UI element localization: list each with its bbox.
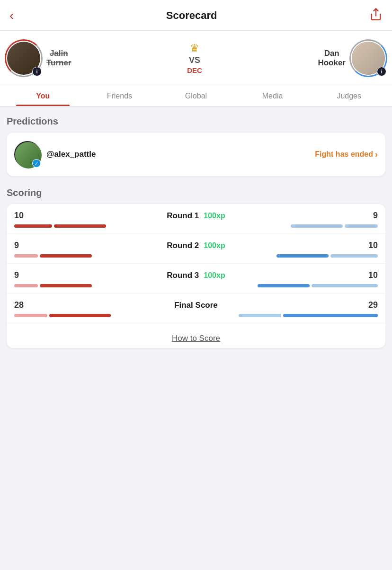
tab-you[interactable]: You — [5, 85, 81, 106]
final-right-score: 29 — [361, 300, 378, 310]
final-score-row: 28 Final Score 29 — [7, 294, 385, 323]
how-to-score-link[interactable]: How to Score — [7, 323, 385, 348]
tabs-container: You Friends Global Media Judges — [0, 85, 392, 107]
round-3-bars — [14, 284, 378, 287]
round-1-label: Round 1 — [167, 211, 199, 221]
round-1-right-score: 9 — [361, 211, 378, 221]
header: ‹ Scorecard — [0, 0, 392, 31]
round-2-bars — [14, 254, 378, 258]
back-button[interactable]: ‹ — [9, 8, 14, 23]
share-button[interactable] — [369, 8, 383, 24]
round-2-label: Round 2 — [167, 241, 199, 250]
tab-media[interactable]: Media — [234, 85, 311, 106]
final-left-score: 28 — [14, 300, 31, 310]
fighter-right-name: Dan Hooker — [318, 49, 346, 68]
page-title: Scorecard — [166, 9, 217, 22]
verified-badge: ✓ — [32, 159, 41, 168]
round-2-xp: 100xp — [204, 241, 225, 250]
round-1-bars — [14, 224, 378, 228]
scoring-card: 10 Round 1 100xp 9 9 — [7, 204, 385, 348]
round-3-left-score: 9 — [14, 270, 31, 280]
fight-ended-button[interactable]: Fight has ended › — [315, 150, 378, 160]
user-info: ✓ @alex_pattle — [14, 141, 96, 168]
predictions-heading: Predictions — [7, 116, 385, 127]
round-3-row: 9 Round 3 100xp 10 — [7, 264, 385, 294]
round-1-row: 10 Round 1 100xp 9 — [7, 204, 385, 234]
final-score-label: Final Score — [174, 301, 218, 310]
chevron-right-icon: › — [375, 150, 378, 160]
predictions-card: ✓ @alex_pattle Fight has ended › — [7, 133, 385, 176]
crown-icon: ♛ — [190, 42, 199, 54]
vs-text: VS — [189, 55, 200, 65]
tab-judges[interactable]: Judges — [311, 85, 387, 106]
fighter-left-avatar: i — [5, 39, 43, 77]
fighter-left: i Jalin Turner — [5, 39, 71, 77]
round-3-label: Round 3 — [167, 271, 199, 280]
tab-global[interactable]: Global — [158, 85, 234, 106]
scoring-heading: Scoring — [7, 187, 385, 198]
round-2-row: 9 Round 2 100xp 10 — [7, 234, 385, 264]
fighter-row: i Jalin Turner ♛ VS DEC Dan Hooker i — [0, 31, 392, 85]
dec-text: DEC — [187, 66, 202, 74]
scoring-section: Scoring 10 Round 1 100xp 9 — [7, 187, 385, 348]
fighter-right-avatar: i — [349, 39, 387, 77]
vs-center: ♛ VS DEC — [187, 42, 202, 74]
main-content: Predictions ✓ @alex_pattle Fight has end… — [0, 107, 392, 357]
round-3-xp: 100xp — [204, 271, 225, 280]
final-score-bars — [14, 314, 378, 317]
fighter-left-info[interactable]: i — [32, 67, 42, 76]
fighter-right-info[interactable]: i — [377, 67, 386, 76]
round-1-xp: 100xp — [204, 212, 225, 220]
username-label: @alex_pattle — [46, 150, 96, 159]
fighter-right: Dan Hooker i — [318, 39, 387, 77]
round-2-right-score: 10 — [361, 240, 378, 250]
tab-friends[interactable]: Friends — [81, 85, 158, 106]
user-avatar: ✓ — [14, 141, 41, 168]
round-3-right-score: 10 — [361, 270, 378, 280]
round-2-left-score: 9 — [14, 240, 31, 250]
round-1-left-score: 10 — [14, 211, 31, 221]
fighter-left-name: Jalin Turner — [46, 49, 71, 68]
